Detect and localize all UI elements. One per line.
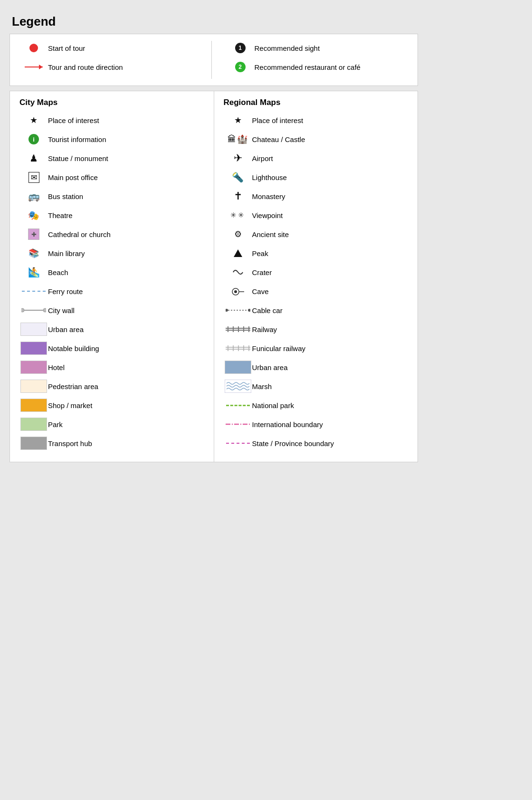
- bottom-section: City Maps ★ Place of interest i Tourist …: [10, 91, 418, 462]
- theatre-icon: 🎭: [19, 210, 48, 221]
- national-park-label: National park: [252, 401, 408, 410]
- crater-icon: [224, 267, 252, 277]
- state-boundary-icon: [224, 443, 252, 444]
- hotel-label: Hotel: [48, 363, 204, 371]
- start-of-tour-label: Start of tour: [48, 44, 202, 52]
- list-item: 🏛🏰 Chateau / Castle: [224, 132, 408, 146]
- list-item: Cable car: [224, 303, 408, 317]
- hotel-icon: [19, 361, 48, 374]
- intl-boundary-icon: [224, 422, 252, 426]
- recommended-sight-icon: 1: [226, 43, 255, 53]
- post-office-icon: ✉: [19, 172, 48, 183]
- pedestrian-label: Pedestrian area: [48, 382, 204, 390]
- list-item: Railway: [224, 322, 408, 336]
- chateau-label: Chateau / Castle: [252, 135, 408, 143]
- peak-label: Peak: [252, 249, 408, 257]
- transport-hub-label: Transport hub: [48, 439, 204, 448]
- list-item: ⚙ Ancient site: [224, 227, 408, 241]
- regional-place-interest-icon: ★: [224, 115, 252, 125]
- ferry-route-label: Ferry route: [48, 287, 204, 295]
- shop-market-label: Shop / market: [48, 401, 204, 410]
- regional-place-interest-label: Place of interest: [252, 116, 408, 124]
- ancient-site-icon: ⚙: [224, 229, 252, 239]
- list-item: ♟ Statue / monument: [19, 151, 204, 165]
- top-left: Start of tour Tour and route direction: [19, 41, 202, 79]
- list-item: ★ Place of interest: [19, 113, 204, 127]
- pedestrian-icon: [19, 380, 48, 393]
- urban-area-label: Urban area: [48, 325, 204, 333]
- monastery-icon: ✝: [224, 190, 252, 202]
- legend-title: Legend: [10, 14, 418, 29]
- list-item: Transport hub: [19, 436, 204, 450]
- monastery-label: Monastery: [252, 192, 408, 200]
- list-item: Ferry route: [19, 284, 204, 298]
- svg-point-2: [43, 308, 46, 312]
- svg-point-4: [234, 290, 237, 293]
- cave-icon: [224, 286, 252, 296]
- notable-building-label: Notable building: [48, 344, 204, 352]
- cable-car-label: Cable car: [252, 306, 408, 314]
- list-item: Park: [19, 417, 204, 431]
- list-item: Peak: [224, 246, 408, 260]
- list-item: Hotel: [19, 360, 204, 374]
- intl-boundary-label: International boundary: [252, 420, 408, 429]
- start-of-tour-icon: [19, 44, 48, 52]
- beach-label: Beach: [48, 268, 204, 276]
- marsh-icon: [224, 380, 252, 393]
- beach-icon: 🏄: [19, 267, 48, 278]
- top-right: 1 Recommended sight 2 Recommended restau…: [211, 41, 408, 79]
- regional-urban-area-icon: [224, 361, 252, 374]
- list-item: 📚 Main library: [19, 246, 204, 260]
- list-item: ✉ Main post office: [19, 170, 204, 184]
- cave-label: Cave: [252, 287, 408, 295]
- regional-maps-heading: Regional Maps: [224, 98, 408, 107]
- library-label: Main library: [48, 249, 204, 257]
- svg-point-8: [248, 309, 250, 312]
- list-item: Pedestrian area: [19, 379, 204, 393]
- funicular-icon: [224, 345, 252, 351]
- regional-maps-column: Regional Maps ★ Place of interest 🏛🏰 Cha…: [214, 91, 418, 462]
- city-maps-column: City Maps ★ Place of interest i Tourist …: [10, 91, 214, 462]
- list-item: ✚ Cathedral or church: [19, 227, 204, 241]
- list-item: ★ Place of interest: [224, 113, 408, 127]
- viewpoint-icon: ✳✳: [224, 211, 252, 219]
- tour-direction-label: Tour and route direction: [48, 63, 202, 71]
- tour-direction-icon: [19, 67, 48, 67]
- list-item: Cave: [224, 284, 408, 298]
- list-item: Tour and route direction: [19, 60, 202, 74]
- list-item: Shop / market: [19, 398, 204, 412]
- svg-point-1: [21, 308, 24, 312]
- urban-area-icon: [19, 323, 48, 336]
- notable-building-icon: [19, 342, 48, 355]
- post-office-label: Main post office: [48, 173, 204, 181]
- bus-station-label: Bus station: [48, 192, 204, 200]
- place-of-interest-icon: ★: [19, 115, 48, 125]
- tourist-info-label: Tourist information: [48, 135, 204, 143]
- crater-label: Crater: [252, 268, 408, 276]
- city-maps-heading: City Maps: [19, 98, 204, 107]
- lighthouse-icon: 🔦: [224, 171, 252, 183]
- tourist-info-icon: i: [19, 134, 48, 144]
- svg-point-6: [226, 309, 228, 312]
- list-item: Urban area: [224, 360, 408, 374]
- list-item: Urban area: [19, 322, 204, 336]
- list-item: National park: [224, 398, 408, 412]
- list-item: State / Province boundary: [224, 436, 408, 450]
- list-item: City wall: [19, 303, 204, 317]
- city-wall-label: City wall: [48, 306, 204, 314]
- list-item: i Tourist information: [19, 132, 204, 146]
- cathedral-icon: ✚: [19, 229, 48, 240]
- peak-icon: [224, 249, 252, 257]
- marsh-label: Marsh: [252, 382, 408, 390]
- railway-label: Railway: [252, 325, 408, 333]
- library-icon: 📚: [19, 248, 48, 258]
- regional-urban-area-label: Urban area: [252, 363, 408, 371]
- park-label: Park: [48, 420, 204, 429]
- top-section: Start of tour Tour and route direction 1…: [10, 34, 418, 86]
- lighthouse-label: Lighthouse: [252, 173, 408, 181]
- list-item: Start of tour: [19, 41, 202, 55]
- state-boundary-label: State / Province boundary: [252, 439, 408, 448]
- list-item: 🚌 Bus station: [19, 189, 204, 203]
- funicular-label: Funicular railway: [252, 344, 408, 352]
- national-park-icon: [224, 405, 252, 406]
